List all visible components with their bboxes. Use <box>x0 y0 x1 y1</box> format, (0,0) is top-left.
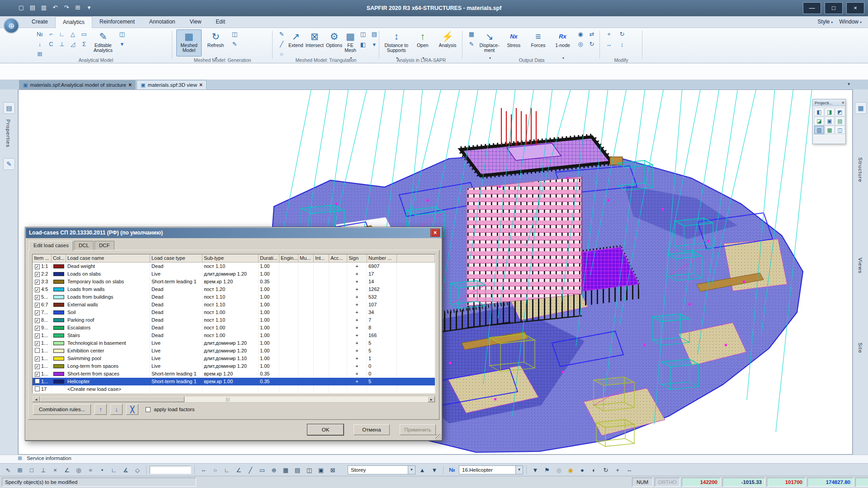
polar-track-icon[interactable]: ∡ <box>120 465 131 475</box>
loadcase-checkbox[interactable] <box>35 379 40 384</box>
projection-panel[interactable]: Projecti... × ◧◨◩◪▣▤▥▦◫ <box>812 99 846 144</box>
app-logo-icon[interactable]: ⊕ <box>4 18 19 33</box>
pencil-icon[interactable]: ✎ <box>467 39 476 48</box>
storey-down-icon[interactable]: ▼ <box>429 465 440 475</box>
corner-icon[interactable]: ⌐ <box>46 29 56 38</box>
color-swatch[interactable] <box>53 341 64 345</box>
pencil-icon[interactable]: ✎ <box>230 39 240 48</box>
nearest-snap-icon[interactable]: ≈ <box>85 465 96 475</box>
right-angle-icon[interactable]: ∟ <box>57 29 67 38</box>
table-row[interactable]: 9...EscalatorsDeadпост 1.001.00+8 <box>33 324 435 332</box>
edit-panel-icon[interactable]: ✎ <box>3 158 15 170</box>
proj-iso-ne-icon[interactable]: ▣ <box>825 117 835 125</box>
resize-grip[interactable] <box>435 434 442 440</box>
tab-reinforcement[interactable]: Reinforcement <box>92 16 142 28</box>
grid-toggle-icon[interactable]: ▦ <box>280 465 291 475</box>
perpendicular-snap-icon[interactable]: ⊥ <box>38 465 49 475</box>
tab-close-icon[interactable] <box>199 82 203 88</box>
dialog-tab-dcf[interactable]: DCF <box>94 241 114 250</box>
more-caret-icon[interactable]: ▾ <box>369 40 379 49</box>
displacement-button[interactable]: ↘ Displace-ment <box>478 29 501 56</box>
tab-create[interactable]: Create <box>24 16 55 28</box>
loadcase-checkbox[interactable] <box>35 326 40 331</box>
contrast-icon[interactable]: ◐ <box>589 465 599 475</box>
menu-window[interactable]: Window <box>839 16 862 28</box>
table-row[interactable]: 1:1Dead weightDeadпост 1.101.00+6907 <box>33 263 435 270</box>
proj-persp-icon[interactable]: ▦ <box>825 126 835 134</box>
fe-mesh-button[interactable]: ▦ FE Mesh <box>344 29 357 56</box>
bulb-off-icon[interactable]: ◎ <box>553 465 564 475</box>
mesh-edit-icon[interactable]: ◫ <box>230 29 240 38</box>
dialog-tab-edit-load-cases[interactable]: Edit load cases <box>29 241 73 251</box>
service-info-icon[interactable]: ⊞ <box>16 455 24 461</box>
load-cases-table[interactable]: Item ...Col...Load case nameLoad case ty… <box>32 254 435 394</box>
color-swatch[interactable] <box>53 326 64 330</box>
table-row[interactable]: 8...Parking roofDeadпост 1.101.00+7 <box>33 316 435 324</box>
document-tab[interactable]: materials.spf:Analytical model of struct… <box>19 80 136 89</box>
sum-icon[interactable]: Σ <box>79 39 89 48</box>
ortho-toggle[interactable]: ORTHO <box>655 478 680 487</box>
options-button[interactable]: ⚙ Options <box>326 29 343 56</box>
pencil-icon[interactable]: ✎ <box>277 29 287 38</box>
column-header[interactable]: Sub-type <box>203 254 259 263</box>
shade-view-icon[interactable]: ▣ <box>316 465 326 475</box>
swap-icon[interactable]: ⇄ <box>587 29 597 38</box>
dialog-close-icon[interactable]: × <box>430 229 440 237</box>
layers-icon[interactable]: ▤ <box>369 29 379 38</box>
tab-edit[interactable]: Edit <box>208 16 232 28</box>
tab-close-icon[interactable] <box>128 82 132 88</box>
table-row[interactable]: 6:7External wallsDeadпост 1.101.00+107 <box>33 301 435 309</box>
mesh-icon[interactable]: ▦ <box>467 29 476 38</box>
loadcase-checkbox[interactable] <box>35 295 40 300</box>
angle-snap-icon[interactable]: ∠ <box>61 465 72 475</box>
one-node-button[interactable]: Rx 1-node <box>551 29 574 56</box>
site-panel-tab[interactable]: Site <box>858 343 863 353</box>
concrete-class-icon[interactable]: C <box>46 39 56 48</box>
maximize-button[interactable]: □ <box>825 2 843 14</box>
loadcase-checkbox[interactable] <box>35 333 40 338</box>
slope-icon[interactable]: ◿ <box>68 39 78 48</box>
column-header[interactable]: Int... <box>314 254 329 263</box>
loadcase-checkbox[interactable] <box>35 341 40 346</box>
projection-close-icon[interactable]: × <box>842 100 844 105</box>
storey-select[interactable]: Storey <box>348 465 415 474</box>
color-swatch[interactable] <box>53 295 64 299</box>
column-header[interactable]: Acc... <box>329 254 347 263</box>
orbit-icon[interactable]: ↻ <box>600 465 611 475</box>
menu-style[interactable]: Style <box>818 16 833 28</box>
column-header[interactable]: Load case name <box>66 254 150 263</box>
mesh-edit-icon[interactable]: ◫ <box>358 29 368 38</box>
table-row[interactable]: 1...HelicopterShort-term leading 1врем.к… <box>33 378 435 385</box>
bulb-on-icon[interactable]: ◉ <box>565 465 576 475</box>
numbering-icon[interactable]: № <box>35 29 45 38</box>
flag-icon[interactable]: ⚑ <box>542 465 552 475</box>
crosshair-icon[interactable]: + <box>612 465 623 475</box>
color-swatch[interactable] <box>53 272 64 276</box>
color-swatch[interactable] <box>53 380 64 384</box>
color-swatch[interactable] <box>53 280 64 284</box>
stretch-h-icon[interactable]: ↔ <box>604 40 614 49</box>
table-row[interactable]: 1...Swimming poolLiveдлит.доминир 1.101.… <box>33 355 435 362</box>
measure-icon[interactable]: ⇔ <box>624 465 635 475</box>
loadcase-checkbox[interactable] <box>35 264 40 269</box>
tab-analytics[interactable]: Analytics <box>55 16 92 28</box>
loadcase-checkbox[interactable] <box>35 280 40 285</box>
loadcase-checkbox[interactable] <box>35 272 40 277</box>
color-swatch[interactable] <box>53 310 64 314</box>
tab-overflow-caret[interactable]: ▾ <box>848 81 850 86</box>
apply-button[interactable]: Применить <box>400 424 436 435</box>
lock-view-icon[interactable]: ⊠ <box>327 465 338 475</box>
color-swatch[interactable] <box>53 357 64 361</box>
column-header[interactable]: Col... <box>52 254 66 263</box>
grid-snap-icon[interactable]: ⊞ <box>14 465 25 475</box>
copy-plan-icon[interactable]: ◫ <box>117 29 127 38</box>
grid-plus-icon[interactable]: ⊞ <box>35 49 45 58</box>
table-row[interactable]: 4:5Loads from wallsDeadпост 1.201.00+126… <box>33 286 435 293</box>
pile-down-icon[interactable]: ↓ <box>35 39 45 48</box>
loadcase-checkbox[interactable] <box>35 303 40 308</box>
quad-icon[interactable]: ◧ <box>358 40 368 49</box>
color-swatch[interactable] <box>53 333 64 338</box>
editable-analytics-button[interactable]: ✎ Editable Analytics <box>90 29 116 56</box>
storey-up-icon[interactable]: ▲ <box>417 465 428 475</box>
proj-iso-se-icon[interactable]: ▥ <box>814 126 824 134</box>
